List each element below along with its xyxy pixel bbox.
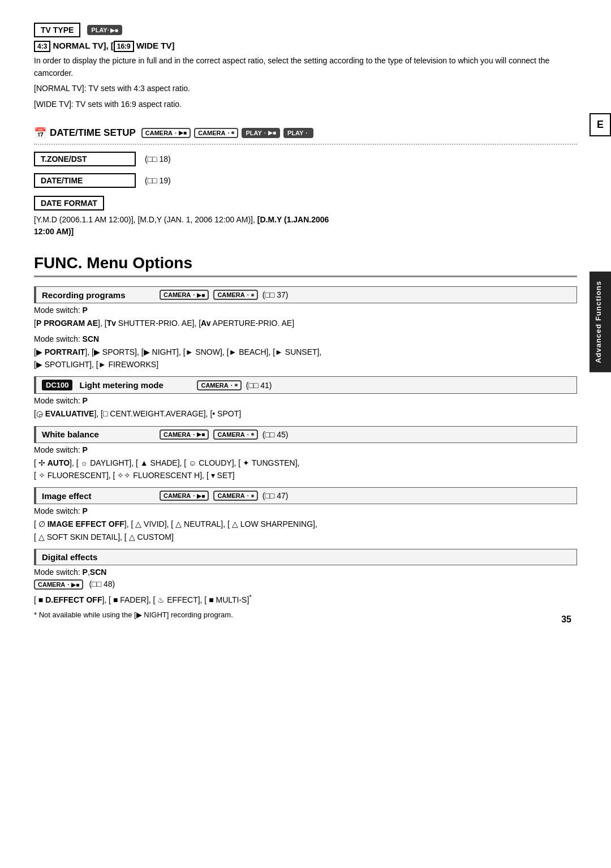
169-badge: 16:9 xyxy=(114,41,134,52)
recording-programs-section: Recording programs CAMERA·▶■ CAMERA· (□□… xyxy=(34,286,577,371)
recording-programs-row: Recording programs CAMERA·▶■ CAMERA· (□□… xyxy=(34,286,577,303)
datetime-badges: CAMERA·▶■ CAMERA· PLAY·▶■ PLAY· xyxy=(141,128,314,138)
image-effect-row: Image effect CAMERA·▶■ CAMERA· (□□ 47) xyxy=(34,487,577,504)
wb-desc: [ ✢ AUTO], [ ☼ DAYLIGHT], [ ▲ SHADE], [ … xyxy=(34,457,577,482)
recording-cam-badge-video: CAMERA·▶■ xyxy=(160,290,209,300)
func-menu-heading: FUNC. Menu Options xyxy=(34,254,577,277)
datetime-ref: (□□ 19) xyxy=(145,176,171,185)
white-balance-section: White balance CAMERA·▶■ CAMERA· (□□ 45) … xyxy=(34,426,577,482)
datetime-setup-section: 📅 DATE/TIME SETUP CAMERA·▶■ CAMERA· PLAY… xyxy=(34,127,577,145)
wide-tv-text: WIDE TV] xyxy=(136,41,175,50)
tv-type-section: TV TYPE PLAY·▶■ 4:3 NORMAL TV], [16:9 WI… xyxy=(34,23,577,111)
page-container: E TV TYPE PLAY·▶■ 4:3 NORMAL TV], [16:9 … xyxy=(0,0,611,642)
43-badge: 4:3 xyxy=(34,41,50,52)
calendar-icon: 📅 xyxy=(34,127,46,139)
digital-effects-row: Digital effects xyxy=(34,549,577,565)
recording-cam-badge-photo: CAMERA· xyxy=(213,290,257,300)
light-metering-section: DC100 Light metering mode CAMERA· (□□ 41… xyxy=(34,376,577,420)
ie-desc: [ ∅ IMAGE EFFECT OFF], [ △ VIVID], [ △ N… xyxy=(34,518,577,543)
de-mode-p: Mode switch: P,SCN xyxy=(34,568,577,577)
tv-type-desc1: In order to display the picture in full … xyxy=(34,55,577,79)
tv-type-subtitle: 4:3 NORMAL TV], [16:9 WIDE TV] xyxy=(34,41,577,50)
dc100-badge: DC100 xyxy=(42,380,72,390)
date-format-label: DATE FORMAT xyxy=(34,196,104,210)
ie-ref: (□□ 47) xyxy=(263,491,289,500)
tzone-ref: (□□ 18) xyxy=(145,154,171,164)
white-balance-row: White balance CAMERA·▶■ CAMERA· (□□ 45) xyxy=(34,426,577,443)
recording-mode-scn: Mode switch: SCN xyxy=(34,334,577,343)
cam-badge-video: CAMERA·▶■ xyxy=(141,128,191,138)
ie-mode-p: Mode switch: P xyxy=(34,506,577,515)
recording-programs-label: Recording programs xyxy=(42,290,155,300)
datetime-row: DATE/TIME (□□ 19) xyxy=(34,173,577,188)
recording-mode-p: Mode switch: P xyxy=(34,306,577,315)
light-mode-p: Mode switch: P xyxy=(34,396,577,405)
light-desc: [◶ EVALUATIVE], [□ CENT.WEIGHT.AVERAGE],… xyxy=(34,407,577,420)
image-effect-label: Image effect xyxy=(42,491,155,501)
wb-cam-badge-photo: CAMERA· xyxy=(213,429,257,440)
tv-type-desc3: [WIDE TV]: TV sets with 16:9 aspect rati… xyxy=(34,98,577,111)
tzone-label: T.ZONE/DST xyxy=(34,152,136,166)
datetime-label: DATE/TIME xyxy=(34,173,136,188)
light-cam-badge-photo: CAMERA· xyxy=(197,380,241,390)
tzone-row: T.ZONE/DST (□□ 18) xyxy=(34,152,577,166)
play-badge-tvtype: PLAY·▶■ xyxy=(87,25,122,35)
digital-effects-label: Digital effects xyxy=(42,552,155,562)
light-metering-row: DC100 Light metering mode CAMERA· (□□ 41… xyxy=(34,376,577,394)
advanced-functions-tab: Advanced Functions xyxy=(590,272,611,372)
play-badge-dt1: PLAY·▶■ xyxy=(242,128,279,138)
cam-badge-photo: CAMERA· xyxy=(194,128,238,138)
page-number: 35 xyxy=(561,615,571,625)
ie-cam-badge-photo: CAMERA· xyxy=(213,491,257,501)
tv-type-header-row: TV TYPE PLAY·▶■ xyxy=(34,23,577,37)
play-badge-dt2: PLAY· xyxy=(283,128,313,138)
white-balance-label: White balance xyxy=(42,429,155,439)
digital-effects-section: Digital effects Mode switch: P,SCN CAMER… xyxy=(34,549,577,619)
recording-desc-p: [P PROGRAM AE], [Tv SHUTTER-PRIO. AE], [… xyxy=(34,317,577,329)
tv-type-label: TV TYPE xyxy=(34,23,80,37)
de-note: * Not available while using the [▶ NIGHT… xyxy=(34,611,577,619)
light-ref: (□□ 41) xyxy=(246,381,272,390)
image-effect-section: Image effect CAMERA·▶■ CAMERA· (□□ 47) M… xyxy=(34,487,577,543)
wb-ref: (□□ 45) xyxy=(263,430,289,439)
wb-mode-p: Mode switch: P xyxy=(34,445,577,454)
e-tab: E xyxy=(590,113,611,136)
de-desc: [ ■ D.EFFECT OFF], [ ■ FADER], [ ♨ EFFEC… xyxy=(34,592,577,606)
tv-type-desc2: [NORMAL TV]: TV sets with 4:3 aspect rat… xyxy=(34,83,577,95)
recording-desc-scn: [▶ PORTRAIT], [▶ SPORTS], [▶ NIGHT], [► … xyxy=(34,346,577,371)
light-metering-label: Light metering mode xyxy=(79,380,192,390)
ie-cam-badge-video: CAMERA·▶■ xyxy=(160,491,209,501)
datetime-heading-text: DATE/TIME SETUP xyxy=(50,127,136,139)
wb-cam-badge-video: CAMERA·▶■ xyxy=(160,429,209,440)
date-format-section: DATE FORMAT [Y.M.D (2006.1.1 AM 12:00)],… xyxy=(34,196,577,238)
de-ref: (□□ 48) xyxy=(89,579,115,588)
datetime-heading: 📅 DATE/TIME SETUP xyxy=(34,127,136,139)
de-cam-badge-row: CAMERA·▶■ (□□ 48) xyxy=(34,579,577,590)
recording-ref: (□□ 37) xyxy=(263,290,289,299)
de-cam-badge-video: CAMERA·▶■ xyxy=(34,579,83,590)
date-format-desc: [Y.M.D (2006.1.1 AM 12:00)], [M.D,Y (JAN… xyxy=(34,214,577,238)
